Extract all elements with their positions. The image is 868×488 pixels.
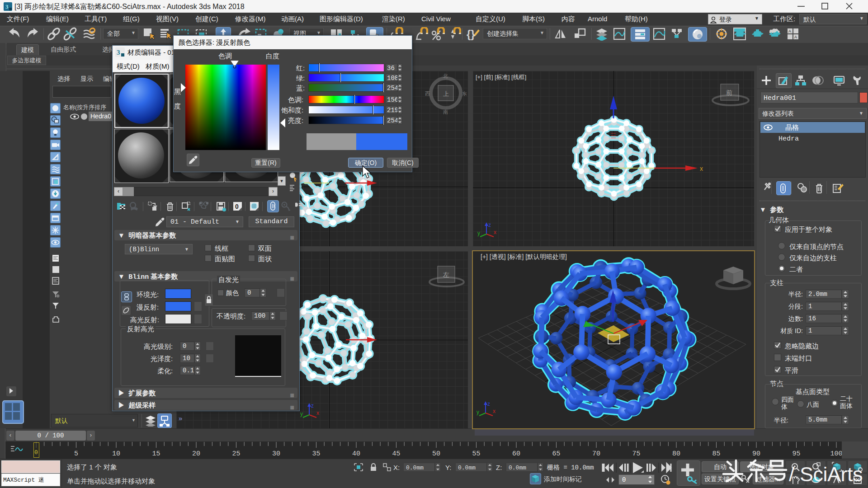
svg-text:40: 40 bbox=[352, 450, 360, 458]
svg-text:5: 5 bbox=[74, 450, 78, 458]
svg-text:z: z bbox=[488, 222, 491, 228]
svg-text:左: 左 bbox=[443, 271, 449, 278]
svg-text:15: 15 bbox=[152, 450, 160, 458]
svg-text:y: y bbox=[300, 411, 303, 417]
svg-text:10: 10 bbox=[112, 450, 120, 458]
svg-text:上: 上 bbox=[443, 90, 449, 97]
svg-text:50: 50 bbox=[432, 450, 440, 458]
svg-text:A: A bbox=[788, 29, 791, 33]
svg-text:x: x bbox=[316, 410, 319, 416]
svg-text:北: 北 bbox=[443, 73, 448, 79]
svg-text:西: 西 bbox=[425, 91, 430, 96]
svg-text:东: 东 bbox=[462, 91, 467, 96]
svg-text:90: 90 bbox=[752, 450, 760, 458]
svg-text:3: 3 bbox=[5, 3, 9, 10]
svg-text:x: x bbox=[494, 229, 496, 235]
svg-text:南: 南 bbox=[443, 109, 448, 115]
svg-text:55: 55 bbox=[472, 450, 480, 458]
svg-text:0: 0 bbox=[235, 203, 239, 210]
svg-text:45: 45 bbox=[392, 450, 400, 458]
svg-text:65: 65 bbox=[552, 450, 560, 458]
svg-text:80: 80 bbox=[672, 450, 680, 458]
svg-text:/ SciArts: / SciArts bbox=[789, 463, 863, 486]
svg-text:30: 30 bbox=[272, 450, 280, 458]
svg-text:25: 25 bbox=[232, 450, 240, 458]
svg-text:3: 3 bbox=[117, 49, 120, 56]
svg-text:z: z bbox=[311, 403, 314, 409]
svg-text:y: y bbox=[477, 230, 480, 236]
svg-text:100: 100 bbox=[830, 450, 842, 458]
svg-text:前: 前 bbox=[726, 89, 732, 96]
svg-text:20: 20 bbox=[192, 450, 200, 458]
svg-text:35: 35 bbox=[312, 450, 320, 458]
svg-text:70: 70 bbox=[592, 450, 600, 458]
svg-text:60: 60 bbox=[512, 450, 520, 458]
svg-text:85: 85 bbox=[712, 450, 720, 458]
svg-text:75: 75 bbox=[632, 450, 640, 458]
svg-text:x: x bbox=[700, 165, 703, 172]
svg-text:{}: {} bbox=[467, 28, 475, 40]
svg-text:95: 95 bbox=[792, 450, 800, 458]
svg-text:A: A bbox=[794, 35, 797, 39]
